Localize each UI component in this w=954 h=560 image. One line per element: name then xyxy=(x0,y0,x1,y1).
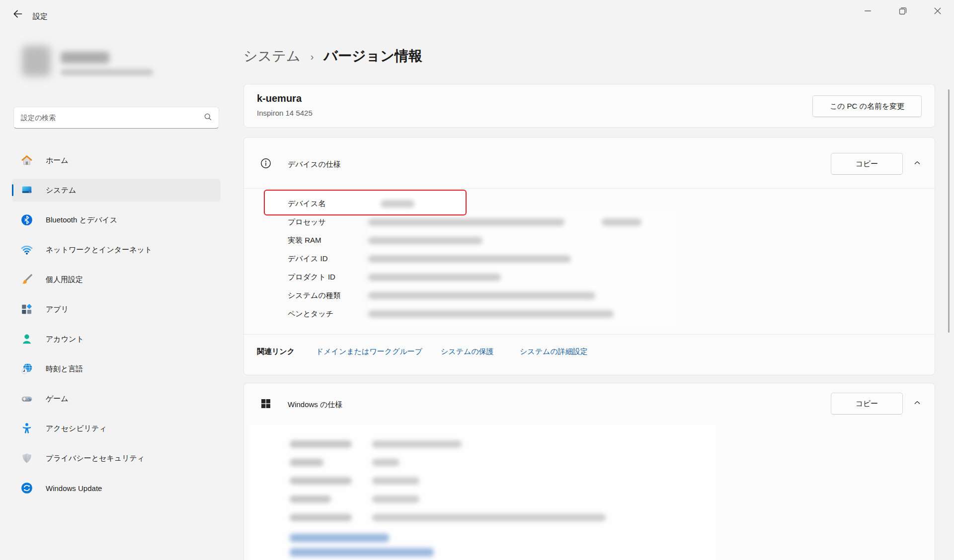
sidebar-item-label: アカウント xyxy=(46,335,84,344)
spec-label: システムの種類 xyxy=(288,291,368,300)
spec-label: ペンとタッチ xyxy=(288,309,368,319)
user-name-redacted xyxy=(61,52,109,64)
windows-specs-title: Windows の仕様 xyxy=(288,400,342,410)
sidebar-item-label: アプリ xyxy=(46,305,69,314)
sidebar-item-network-internet[interactable]: ネットワークとインターネット xyxy=(12,238,221,261)
redacted-value xyxy=(368,310,614,318)
breadcrumb: システム › バージョン情報 xyxy=(243,45,422,68)
spec-label: プロダクト ID xyxy=(288,273,368,282)
link-system-protection[interactable]: システムの保護 xyxy=(441,347,494,356)
sidebar-item-label: システム xyxy=(46,186,76,195)
spec-label: 実装 RAM xyxy=(288,236,368,245)
divider xyxy=(244,334,935,335)
minimize-button[interactable] xyxy=(857,3,879,21)
apps-icon xyxy=(20,303,33,316)
sidebar-item-accessibility[interactable]: アクセシビリティ xyxy=(12,417,221,440)
sidebar-item-label: アクセシビリティ xyxy=(46,424,107,433)
redacted-spec-row xyxy=(244,439,462,449)
settings-search-box[interactable] xyxy=(13,107,219,129)
sidebar-item-gaming[interactable]: ゲーム xyxy=(12,387,221,410)
vertical-scrollbar[interactable] xyxy=(948,89,950,333)
windows-update-icon xyxy=(20,482,33,494)
related-links-label: 関連リンク xyxy=(257,347,295,356)
sidebar-item-personalization[interactable]: 個人用設定 xyxy=(12,268,221,291)
copy-windows-specs-button[interactable]: コピー xyxy=(831,393,903,415)
spec-row-device-id: デバイス ID xyxy=(288,253,571,265)
sidebar-item-bluetooth-devices[interactable]: Bluetooth とデバイス xyxy=(12,209,221,231)
time-language-icon xyxy=(20,362,33,375)
rename-pc-button[interactable]: この PC の名前を変更 xyxy=(812,95,922,117)
device-specs-card: デバイスの仕様 コピー デバイス名 プロセッサ 実装 RAM デバイス ID プ… xyxy=(243,137,935,375)
link-advanced-system-settings[interactable]: システムの詳細設定 xyxy=(520,347,588,356)
close-icon xyxy=(932,5,944,19)
bluetooth-icon xyxy=(20,213,33,226)
redacted-spec-row xyxy=(244,494,419,504)
sidebar-item-label: 個人用設定 xyxy=(46,275,83,284)
accounts-icon xyxy=(20,333,33,346)
collapse-device-specs-button[interactable] xyxy=(907,154,928,174)
redacted-spec-row xyxy=(244,476,419,486)
sidebar-item-home[interactable]: ホーム xyxy=(12,149,221,172)
spec-label: プロセッサ xyxy=(288,217,368,227)
spec-row-product-id: プロダクト ID xyxy=(288,271,501,283)
back-arrow-icon xyxy=(12,8,24,22)
redacted-value xyxy=(368,255,571,263)
network-icon xyxy=(20,243,33,256)
device-name: k-uemura xyxy=(257,93,302,104)
privacy-icon xyxy=(20,452,33,465)
sidebar-item-accounts[interactable]: アカウント xyxy=(12,328,221,350)
sidebar-item-label: プライバシーとセキュリティ xyxy=(46,454,145,463)
redacted-value xyxy=(368,274,501,281)
redacted-link[interactable] xyxy=(290,534,389,542)
close-button[interactable] xyxy=(926,3,949,21)
device-specs-title: デバイスの仕様 xyxy=(288,160,341,169)
gaming-icon xyxy=(20,392,33,405)
redacted-value xyxy=(368,237,482,244)
sidebar-item-apps[interactable]: アプリ xyxy=(12,298,221,321)
spec-row-processor: プロセッサ xyxy=(288,216,641,228)
spec-row-device-name: デバイス名 xyxy=(288,198,414,210)
device-name-card: k-uemura Inspiron 14 5425 この PC の名前を変更 xyxy=(243,84,935,128)
restore-button[interactable] xyxy=(891,3,914,21)
redacted-link[interactable] xyxy=(290,548,434,557)
divider xyxy=(244,188,935,189)
home-icon xyxy=(20,154,33,167)
user-avatar[interactable] xyxy=(22,46,51,76)
chevron-up-icon xyxy=(913,399,921,409)
search-input[interactable] xyxy=(21,114,203,122)
sidebar-nav: ホーム システム Bluetooth とデバイス ネットワークとインターネット xyxy=(12,149,221,506)
windows-specs-card: Windows の仕様 コピー xyxy=(243,383,935,560)
settings-window: 設定 ホーム システム xyxy=(0,0,954,560)
redacted-spec-row xyxy=(244,457,399,467)
sidebar-item-label: ネットワークとインターネット xyxy=(46,245,152,255)
copy-device-specs-button[interactable]: コピー xyxy=(831,153,903,175)
sidebar-item-windows-update[interactable]: Windows Update xyxy=(12,477,221,499)
app-title: 設定 xyxy=(33,12,48,21)
search-icon xyxy=(203,112,213,124)
sidebar-item-time-language[interactable]: 時刻と言語 xyxy=(12,357,221,380)
breadcrumb-system[interactable]: システム xyxy=(243,47,301,66)
user-email-redacted xyxy=(61,69,153,75)
spec-label: デバイス名 xyxy=(288,199,368,209)
redacted-spec-row xyxy=(244,512,606,522)
sidebar-item-system[interactable]: システム xyxy=(12,179,221,202)
link-domain-workgroup[interactable]: ドメインまたはワークグループ xyxy=(316,347,422,356)
info-icon xyxy=(260,157,272,171)
collapse-windows-specs-button[interactable] xyxy=(907,394,928,414)
sidebar-item-label: ゲーム xyxy=(46,394,69,404)
restore-icon xyxy=(897,5,909,19)
redacted-value xyxy=(368,292,595,299)
accessibility-icon xyxy=(20,422,33,435)
windows-logo-icon xyxy=(260,398,272,412)
personalization-icon xyxy=(20,273,33,286)
redacted-value xyxy=(368,218,564,226)
back-button[interactable] xyxy=(8,6,28,24)
minimize-icon xyxy=(862,5,874,19)
sidebar-item-label: Windows Update xyxy=(46,484,102,492)
sidebar-item-privacy-security[interactable]: プライバシーとセキュリティ xyxy=(12,447,221,470)
sidebar-item-label: ホーム xyxy=(46,156,69,165)
spec-row-system-type: システムの種類 xyxy=(288,289,595,301)
redacted-value xyxy=(381,200,414,208)
spec-label: デバイス ID xyxy=(288,254,368,264)
breadcrumb-separator: › xyxy=(311,51,314,63)
